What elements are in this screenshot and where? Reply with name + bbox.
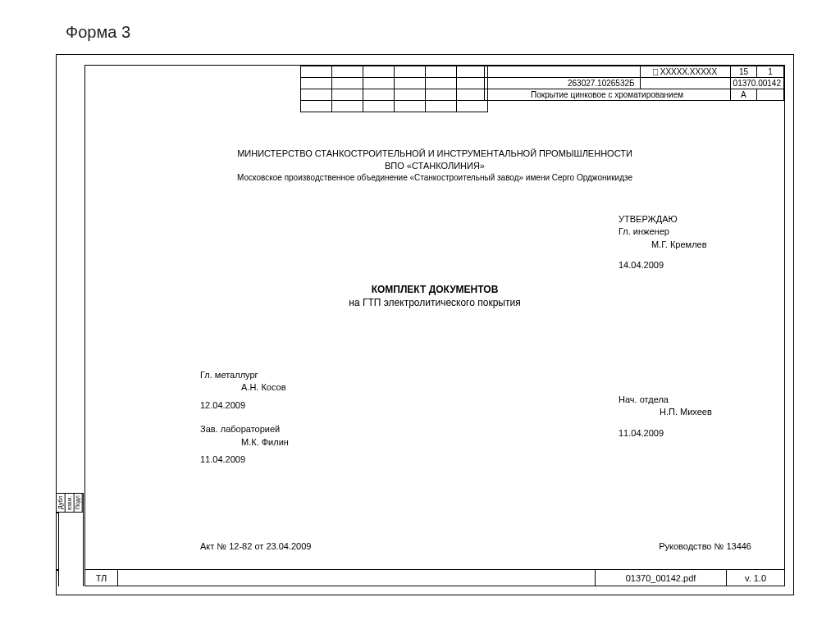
- side-vzam: взам.: [66, 493, 75, 513]
- right-code: 01370.00142: [730, 78, 783, 89]
- ministry-line2: ВПО «СТАНКОЛИНИЯ»: [85, 160, 784, 172]
- footer-file: 01370_00142.pdf: [596, 570, 727, 586]
- signers-left: Гл. металлург А.Н. Косов 12.04.2009 Зав.…: [200, 369, 289, 477]
- ministry-line1: МИНИСТЕРСТВО СТАНКОСТРОИТЕЛЬНОЙ И ИНСТРУ…: [85, 148, 784, 160]
- letter: А: [730, 89, 757, 101]
- outer-frame: Дубл взам. Подл ⎕ ХХХХХ.ХХХХХ 15 1 26302…: [56, 54, 794, 595]
- side-podl: Подл: [74, 493, 83, 513]
- ruk-line: Руководство № 13446: [659, 541, 751, 551]
- code-box: ХХХХХ.ХХХХХ: [660, 67, 717, 76]
- approve-date: 14.04.2009: [619, 259, 707, 271]
- footer-tl: ТЛ: [85, 570, 118, 586]
- akt-line: Акт № 12-82 от 23.04.2009: [200, 541, 311, 551]
- approve-name: М.Г. Кремлев: [619, 239, 707, 251]
- r-name: Н.П. Михеев: [619, 406, 712, 418]
- footer-ver: v. 1.0: [727, 570, 784, 586]
- signers-right: Нач. отдела Н.П. Михеев 11.04.2009: [619, 394, 712, 440]
- side-dubl: Дубл: [57, 493, 66, 513]
- doc-title-1: КОМПЛЕКТ ДОКУМЕНТОВ: [85, 283, 784, 296]
- side-tabs: Дубл взам. Подл: [57, 493, 84, 586]
- footer-bar: ТЛ 01370_00142.pdf v. 1.0: [85, 569, 784, 586]
- approve-position: Гл. инженер: [619, 226, 707, 238]
- inner-frame: ⎕ ХХХХХ.ХХХХХ 15 1 263027.1026532Б 01370…: [84, 65, 785, 586]
- page-title: Форма 3: [66, 23, 130, 42]
- s2-date: 11.04.2009: [200, 454, 289, 466]
- header-right-grid: ⎕ ХХХХХ.ХХХХХ 15 1 263027.1026532Б 01370…: [484, 66, 784, 101]
- side-empty-2: [57, 570, 59, 586]
- approve-block: УТВЕРЖДАЮ Гл. инженер М.Г. Кремлев 14.04…: [619, 213, 707, 272]
- ministry-line3: Московское производственное объединение …: [85, 172, 784, 184]
- s2-name: М.К. Филин: [200, 436, 289, 449]
- r-pos: Нач. отдела: [619, 394, 712, 406]
- doc-title-block: КОМПЛЕКТ ДОКУМЕНТОВ на ГТП электролитиче…: [85, 283, 784, 309]
- s1-date: 12.04.2009: [200, 399, 289, 412]
- header-left-grid: [300, 66, 488, 112]
- r-date: 11.04.2009: [619, 427, 712, 440]
- left-code: 263027.1026532Б: [484, 78, 640, 89]
- footer-mid: [118, 570, 596, 586]
- doc-title-2: на ГТП электролитического покрытия: [85, 296, 784, 309]
- approve-title: УТВЕРЖДАЮ: [619, 213, 707, 226]
- s1-name: А.Н. Косов: [200, 381, 289, 394]
- s1-pos: Гл. металлург: [200, 369, 289, 381]
- s2-pos: Зав. лабораторией: [200, 423, 289, 435]
- ministry-block: МИНИСТЕРСТВО СТАНКОСТРОИТЕЛЬНОЙ И ИНСТРУ…: [85, 148, 784, 183]
- side-empty-1: [57, 513, 59, 570]
- desc: Покрытие цинковое с хроматированием: [484, 89, 730, 101]
- hdr-num1: 15: [730, 66, 757, 78]
- hdr-num2: 1: [757, 66, 784, 78]
